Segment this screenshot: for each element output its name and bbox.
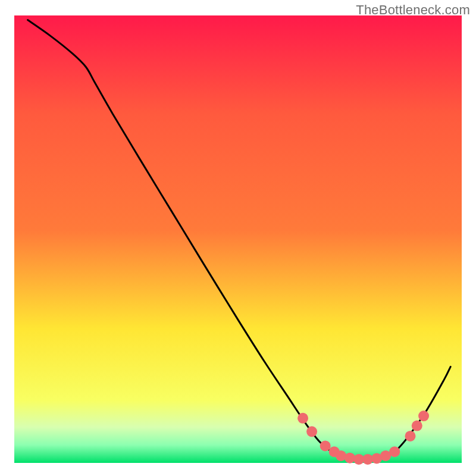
curve-marker [320, 440, 331, 451]
watermark-text: TheBottleneck.com [356, 2, 470, 18]
curve-marker [418, 411, 429, 421]
curve-marker [412, 421, 422, 431]
bottleneck-curve-chart [0, 0, 476, 476]
curve-marker [405, 431, 416, 441]
curve-marker [298, 413, 308, 424]
plot-background [14, 15, 462, 463]
chart-container: TheBottleneck.com [0, 0, 476, 476]
curve-marker [336, 450, 346, 461]
curve-marker [345, 453, 355, 464]
curve-marker [306, 426, 317, 437]
curve-marker [389, 446, 400, 457]
